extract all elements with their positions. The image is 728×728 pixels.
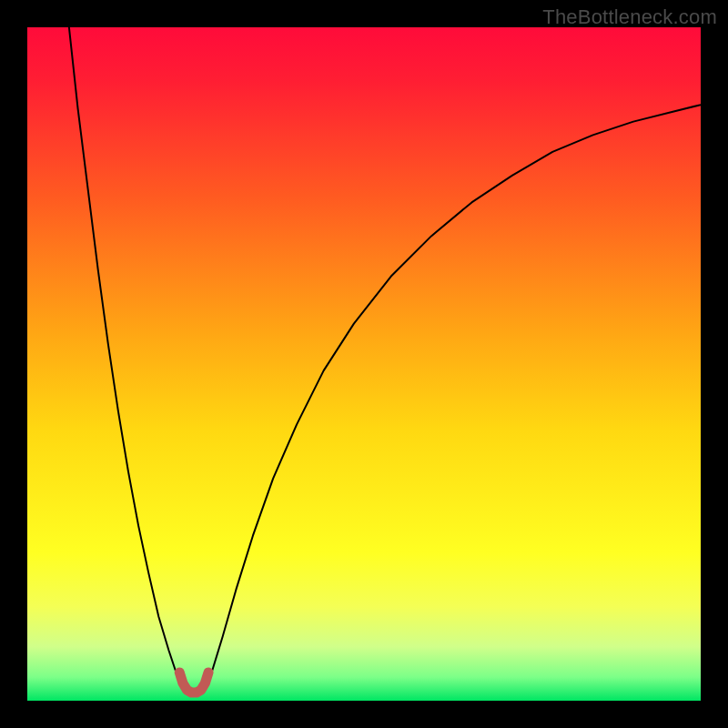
chart-svg [27, 27, 701, 701]
watermark-text: TheBottleneck.com [542, 5, 717, 29]
gradient-background [27, 27, 701, 701]
chart-frame: TheBottleneck.com [0, 0, 728, 728]
plot-area [27, 27, 701, 701]
